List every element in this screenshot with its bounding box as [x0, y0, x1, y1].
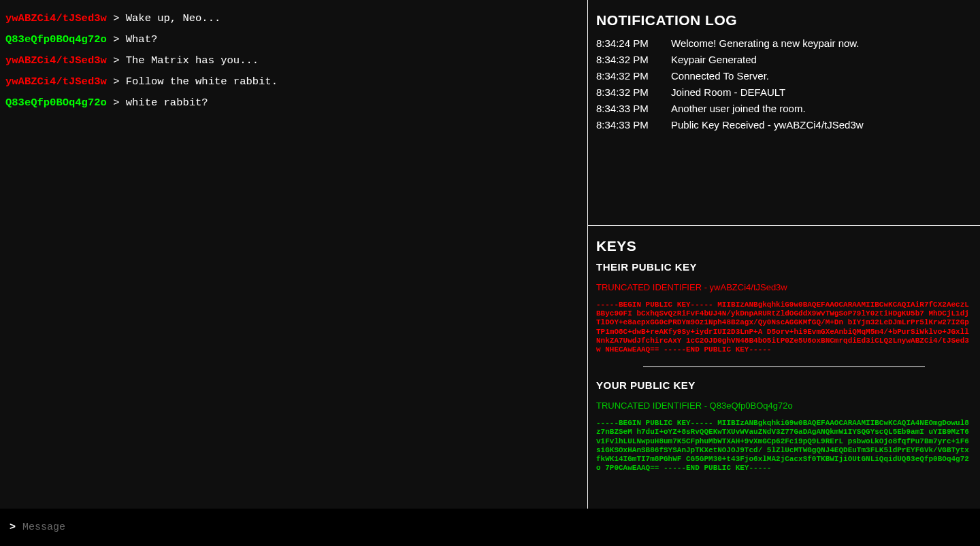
notification-text: Another user joined the room.	[671, 101, 972, 117]
notification-text: Joined Room - DEFAULT	[671, 84, 972, 101]
chat-sender: ywABZCi4/tJSed3w	[5, 75, 107, 88]
chat-sender: Q83eQfp0BOq4g72o	[5, 33, 107, 46]
message-input[interactable]	[22, 522, 970, 533]
chat-sep: >	[107, 97, 126, 109]
notification-text: Public Key Received - ywABZCi4/tJSed3w	[671, 117, 972, 133]
chat-pane: ywABZCi4/tJSed3w > Wake up, Neo...Q83eQf…	[0, 0, 588, 509]
chat-sep: >	[107, 75, 126, 88]
notification-time: 8:34:24 PM	[596, 35, 671, 52]
chat-message-text: white rabbit?	[126, 97, 208, 109]
notification-list: 8:34:24 PMWelcome! Generating a new keyp…	[596, 35, 972, 133]
notification-panel: NOTIFICATION LOG 8:34:24 PMWelcome! Gene…	[588, 0, 980, 226]
chat-line: ywABZCi4/tJSed3w > Wake up, Neo...	[5, 14, 582, 24]
chat-sender: ywABZCi4/tJSed3w	[5, 54, 107, 67]
notification-row: 8:34:32 PMJoined Room - DEFAULT	[596, 84, 972, 101]
notification-text: Connected To Server.	[671, 68, 972, 84]
notification-time: 8:34:32 PM	[596, 52, 671, 68]
chat-message-text: Wake up, Neo...	[126, 12, 221, 24]
chat-message-text: The Matrix has you...	[126, 54, 259, 67]
chat-line: ywABZCi4/tJSed3w > The Matrix has you...	[5, 56, 582, 67]
chat-line: Q83eQfp0BOq4g72o > white rabbit?	[5, 98, 582, 109]
chat-sep: >	[107, 33, 126, 46]
notification-time: 8:34:32 PM	[596, 84, 671, 101]
your-public-key: -----BEGIN PUBLIC KEY----- MIIBIzANBgkqh…	[596, 419, 972, 473]
their-trunc-id: TRUNCATED IDENTIFIER - ywABZCi4/tJSed3w	[596, 282, 972, 292]
notification-row: 8:34:33 PMPublic Key Received - ywABZCi4…	[596, 117, 972, 133]
notification-text: Welcome! Generating a new keypair now.	[671, 35, 972, 52]
notification-time: 8:34:33 PM	[596, 117, 671, 133]
your-key-label: YOUR PUBLIC KEY	[596, 379, 972, 391]
chat-sep: >	[107, 54, 126, 67]
notification-time: 8:34:32 PM	[596, 68, 671, 84]
notification-title: NOTIFICATION LOG	[596, 12, 972, 29]
input-bar: >	[0, 509, 980, 546]
their-public-key: -----BEGIN PUBLIC KEY----- MIIBIzANBgkqh…	[596, 301, 972, 354]
main-area: ywABZCi4/tJSed3w > Wake up, Neo...Q83eQf…	[0, 0, 980, 509]
chat-sender: Q83eQfp0BOq4g72o	[5, 97, 107, 109]
key-divider	[643, 366, 925, 367]
chat-sender: ywABZCi4/tJSed3w	[5, 12, 107, 24]
prompt-char: >	[10, 522, 16, 533]
chat-line: ywABZCi4/tJSed3w > Follow the white rabb…	[5, 77, 582, 88]
notification-row: 8:34:32 PMKeypair Generated	[596, 52, 972, 68]
keys-title: KEYS	[596, 238, 972, 254]
notification-time: 8:34:33 PM	[596, 101, 671, 117]
notification-row: 8:34:24 PMWelcome! Generating a new keyp…	[596, 35, 972, 52]
chat-line: Q83eQfp0BOq4g72o > What?	[5, 35, 582, 46]
notification-row: 8:34:32 PMConnected To Server.	[596, 68, 972, 84]
notification-row: 8:34:33 PMAnother user joined the room.	[596, 101, 972, 117]
chat-sep: >	[107, 12, 126, 24]
chat-message-text: Follow the white rabbit.	[126, 75, 278, 88]
your-trunc-id: TRUNCATED IDENTIFIER - Q83eQfp0BOq4g72o	[596, 400, 972, 411]
their-key-label: THEIR PUBLIC KEY	[596, 261, 972, 273]
chat-message-text: What?	[126, 33, 158, 46]
keys-panel: KEYS THEIR PUBLIC KEY TRUNCATED IDENTIFI…	[588, 226, 980, 509]
side-pane: NOTIFICATION LOG 8:34:24 PMWelcome! Gene…	[588, 0, 980, 509]
notification-text: Keypair Generated	[671, 52, 972, 68]
